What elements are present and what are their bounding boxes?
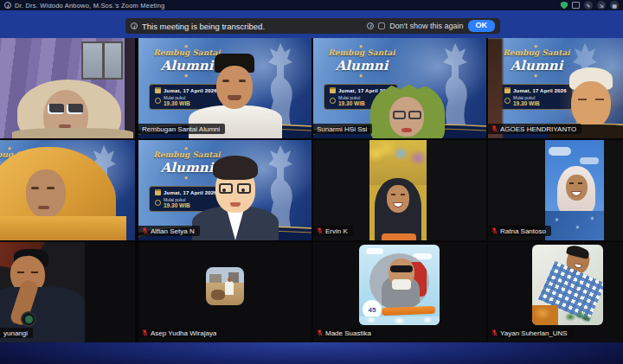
info-circle-icon-2: i bbox=[367, 22, 374, 29]
participant-name-label: Sunarmi HSi Ssi bbox=[313, 124, 372, 134]
batik-dress bbox=[545, 211, 604, 240]
window-mullion bbox=[102, 42, 105, 80]
background-title: ◆ Rembug Santai Alumni ◆ bbox=[318, 44, 405, 78]
video-tile-yayan[interactable]: Yayan Suherlan_UNS bbox=[488, 242, 623, 342]
green-plants bbox=[562, 309, 591, 325]
video-tile-agoes[interactable]: ◆ Rembug Santai Alumni ◆ Jumat, 17 April… bbox=[488, 38, 623, 138]
glasses-left bbox=[393, 111, 406, 119]
glasses-right bbox=[408, 111, 421, 119]
clock-icon bbox=[330, 98, 336, 104]
muted-mic-icon bbox=[491, 125, 498, 132]
participant-name-label: Made Suastika bbox=[313, 328, 376, 338]
participant-name-label: AGOES HENDRIYANTO bbox=[488, 124, 581, 134]
goat bbox=[211, 290, 225, 300]
desktop-bottom-strip bbox=[0, 342, 623, 364]
room-shadow bbox=[125, 38, 135, 138]
face bbox=[566, 175, 588, 201]
left-eye bbox=[569, 182, 574, 184]
ok-button[interactable]: OK bbox=[468, 20, 496, 32]
calendar-icon bbox=[330, 87, 336, 93]
video-tile-gold-hijab-woman[interactable]: ◆ Rembug Santai Alumni ◆ Jumat, 17 April… bbox=[0, 140, 135, 240]
sunglasses bbox=[390, 265, 413, 272]
left-eye bbox=[222, 80, 229, 82]
frame-skyline bbox=[359, 316, 440, 325]
calendar-icon bbox=[155, 87, 161, 93]
face bbox=[26, 169, 66, 218]
encryption-shield-icon bbox=[561, 2, 568, 10]
muted-mic-icon bbox=[491, 227, 498, 234]
expand-arrows-icon[interactable]: ⇲ bbox=[597, 1, 606, 10]
closed-left-eye bbox=[578, 99, 587, 100]
video-tile-host[interactable]: ◆ Rembug Santai Alumni ◆ Jumat, 17 April… bbox=[138, 38, 312, 138]
right-eye bbox=[47, 187, 55, 189]
dont-show-again-checkbox[interactable] bbox=[378, 22, 385, 29]
info-circle-icon: i bbox=[131, 22, 138, 29]
glasses-left bbox=[48, 104, 64, 114]
right-eye bbox=[401, 194, 405, 195]
layout-frame-icon[interactable] bbox=[572, 2, 580, 9]
muted-mic-icon bbox=[491, 329, 498, 336]
closed-right-eye bbox=[595, 99, 604, 100]
muted-mic-icon bbox=[142, 329, 148, 336]
right-eye bbox=[241, 188, 245, 192]
video-tile-ratna[interactable]: Ratna Santoso bbox=[488, 140, 623, 240]
cartoon-hair bbox=[213, 156, 258, 180]
video-tile-yunangi[interactable]: yunangi bbox=[0, 242, 135, 342]
face-mask-chin bbox=[392, 279, 411, 290]
person-head bbox=[228, 278, 232, 282]
participant-name-label: Asep Yudha Wirajaya bbox=[138, 328, 222, 338]
video-gallery: ◆ Rembug Santai Alumni ◆ Jumat, 17 April… bbox=[0, 38, 623, 342]
profile-avatar-framed: 45 bbox=[359, 245, 440, 325]
calendar-icon bbox=[155, 189, 161, 195]
left-eye bbox=[31, 187, 39, 189]
profile-avatar bbox=[206, 267, 244, 305]
glasses-right bbox=[67, 104, 83, 114]
transcription-banner: i This meeting is being transcribed. i D… bbox=[125, 18, 500, 34]
video-tile-asep[interactable]: Asep Yudha Wirajaya bbox=[138, 242, 312, 342]
zoom-meeting-window: i Dr. Drs. Widodo Anbowo, M.Sos.'s Zoom … bbox=[0, 0, 623, 364]
cloud bbox=[366, 248, 383, 254]
video-tile-made[interactable]: 45 Made Suastika bbox=[313, 242, 486, 342]
cloud-2 bbox=[580, 157, 599, 164]
mouth bbox=[401, 128, 412, 132]
right-eye bbox=[578, 182, 582, 184]
participant-name-label: Yayan Suherlan_UNS bbox=[488, 328, 573, 338]
video-tile-sunarmi[interactable]: ◆ Rembug Santai Alumni ◆ Jumat, 17 April… bbox=[313, 38, 486, 138]
cloud bbox=[549, 147, 571, 156]
mouth bbox=[230, 202, 241, 207]
muted-mic-icon bbox=[317, 227, 323, 234]
gallery-view-grid-icon[interactable]: ▦ bbox=[610, 1, 619, 10]
orange-ribbon bbox=[382, 306, 435, 316]
clock-icon bbox=[504, 98, 511, 104]
transcription-message: This meeting is being transcribed. bbox=[142, 22, 265, 31]
participant-name-label: Ervin K bbox=[313, 226, 353, 236]
video-tile-alfian-avatar[interactable]: ◆ Rembug Santai Alumni ◆ Jumat, 17 April… bbox=[138, 140, 312, 240]
glasses-left bbox=[219, 183, 233, 194]
building bbox=[209, 274, 222, 283]
muted-mic-icon bbox=[317, 329, 323, 336]
calendar-icon bbox=[504, 87, 511, 93]
portrait-video bbox=[545, 140, 604, 240]
window-titlebar: i Dr. Drs. Widodo Anbowo, M.Sos.'s Zoom … bbox=[0, 0, 623, 10]
annotate-pencil-icon[interactable]: ✎ bbox=[584, 1, 593, 10]
video-tile-hijab-woman-curtains[interactable] bbox=[0, 38, 135, 138]
face bbox=[571, 81, 611, 128]
mouth-open bbox=[228, 95, 241, 100]
clock-icon bbox=[155, 98, 161, 104]
shoulders bbox=[12, 128, 133, 138]
left-eye bbox=[17, 271, 24, 273]
right-eye bbox=[239, 80, 246, 82]
left-eye bbox=[391, 194, 395, 195]
hijab-drape bbox=[0, 216, 126, 240]
participant-name-label: Rembugan Santai Alumni bbox=[138, 124, 225, 134]
participant-name-label: Alfian Setya N bbox=[138, 226, 200, 236]
info-icon: i bbox=[4, 2, 11, 9]
video-tile-ervin[interactable]: Ervin K bbox=[313, 140, 486, 240]
orange-object bbox=[382, 233, 416, 240]
right-eye bbox=[31, 271, 38, 273]
participant-name-label: yunangi bbox=[0, 328, 33, 338]
left-eye bbox=[222, 188, 226, 192]
orange-produce bbox=[532, 305, 558, 325]
profile-avatar bbox=[532, 245, 603, 325]
clock-icon bbox=[155, 200, 161, 206]
